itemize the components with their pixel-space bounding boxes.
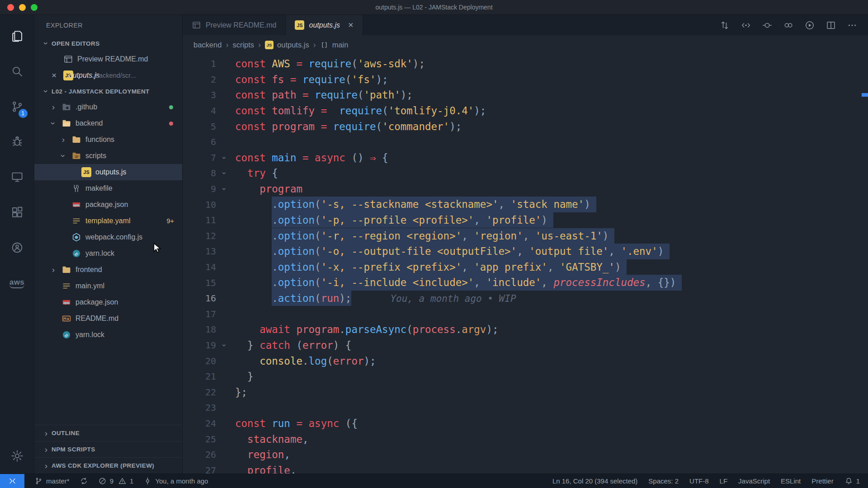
tree-item-package-json[interactable]: npmpackage.json — [34, 197, 182, 213]
status-eol[interactable]: LF — [720, 477, 728, 485]
activity-item-live-share[interactable] — [0, 230, 34, 265]
activity-item-extensions[interactable] — [0, 195, 34, 230]
code-line-6[interactable]: 6 — [183, 134, 868, 150]
tab-outputs-js[interactable]: JSoutputs.js× — [286, 15, 363, 35]
status-git-branch[interactable]: master* — [34, 477, 70, 485]
tab-preview-readme-md[interactable]: Preview README.md — [183, 15, 286, 35]
code-line-27[interactable]: 27 profile, — [183, 462, 868, 474]
code-line-22[interactable]: 22}; — [183, 384, 868, 400]
tree-item-package-json[interactable]: npmpackage.json — [34, 294, 182, 310]
code-line-25[interactable]: 25 stackname, — [183, 431, 868, 447]
code-line-13[interactable]: 13 .option('-o, --output-file <outputFil… — [183, 244, 868, 259]
code-line-9[interactable]: 9› program — [183, 181, 868, 197]
code-editor[interactable]: 1const AWS = require('aws-sdk');2const f… — [183, 55, 868, 474]
section-label: OPEN EDITORS — [52, 40, 100, 47]
compare-refs-icon[interactable] — [782, 19, 795, 32]
status-notifications[interactable]: 1 — [844, 477, 860, 485]
status-errors[interactable]: 9 — [98, 477, 113, 485]
code-line-15[interactable]: 15 .option('-i, --include <include>', 'i… — [183, 275, 868, 291]
tree-item-yarn-lock[interactable]: yarn.lock — [34, 245, 182, 262]
breadcrumb-main[interactable]: main — [320, 41, 349, 49]
code-line-8[interactable]: 8› try { — [183, 165, 868, 181]
tree-item-github[interactable]: ›.github — [34, 99, 182, 115]
code-line-10[interactable]: 10 .option('-s, --stackname <stackname>'… — [183, 197, 868, 212]
section-project-root[interactable]: › L02 - JAMSTACK DEPLOYMENT — [34, 84, 182, 99]
section-aws-cdk-explorer-preview[interactable]: ›AWS CDK EXPLORER (PREVIEW) — [34, 457, 182, 474]
workbench: 1aws EXPLORER › OPEN EDITORS Preview REA… — [0, 15, 868, 474]
code-line-2[interactable]: 2const fs = require('fs'); — [183, 72, 868, 88]
breadcrumb-backend[interactable]: backend — [193, 41, 222, 49]
code-line-3[interactable]: 3const path = require('path'); — [183, 87, 868, 103]
status-eslint[interactable]: ESLint — [781, 477, 801, 485]
tree-item-main-yml[interactable]: main.yml — [34, 278, 182, 294]
toggle-blame-icon[interactable] — [760, 19, 774, 32]
section-outline[interactable]: ›OUTLINE — [34, 425, 182, 441]
code-line-7[interactable]: 7›const main = async () ⇒ { — [183, 150, 868, 166]
tree-item-webpack-config-js[interactable]: webpack.config.js — [34, 229, 182, 245]
close-icon[interactable]: × — [348, 20, 354, 30]
code-line-18[interactable]: 18 await program.parseAsync(process.argv… — [183, 322, 868, 338]
maximize-window-button[interactable] — [31, 4, 38, 11]
open-editor-preview-readme-md[interactable]: Preview README.md — [34, 51, 182, 67]
code-line-20[interactable]: 20 console.log(error); — [183, 353, 868, 369]
status-warnings[interactable]: 1 — [118, 477, 133, 485]
code-line-26[interactable]: 26 region, — [183, 447, 868, 463]
activity-item-aws[interactable]: aws — [0, 265, 34, 300]
scrollbar[interactable] — [862, 55, 868, 474]
fold-icon[interactable]: › — [216, 153, 232, 162]
tree-item-yarn-lock[interactable]: yarn.lock — [34, 327, 182, 343]
code-line-12[interactable]: 12 .option('-r, --region <region>', 'reg… — [183, 228, 868, 244]
tree-item-frontend[interactable]: ›frontend — [34, 262, 182, 278]
remote-indicator[interactable] — [0, 474, 24, 488]
code-line-14[interactable]: 14 .option('-x, --prefix <prefix>', 'app… — [183, 259, 868, 275]
tree-item-readme-md[interactable]: README.md — [34, 310, 182, 327]
activity-item-source-control[interactable]: 1 — [0, 89, 34, 124]
activity-item-remote-explorer[interactable] — [0, 160, 34, 195]
activity-item-search[interactable] — [0, 54, 34, 89]
status-language-mode[interactable]: JavaScript — [738, 477, 770, 485]
open-editor-outputs-js[interactable]: ×JSoutputs.jsbackend/scr... — [34, 67, 182, 84]
code-line-21[interactable]: 21 } — [183, 369, 868, 385]
fold-icon[interactable]: › — [216, 169, 232, 178]
code-line-16[interactable]: 16 .action(run);You, a month ago • WIP — [183, 291, 868, 306]
split-editor-icon[interactable] — [824, 19, 838, 32]
status-indentation[interactable]: Spaces: 2 — [648, 477, 679, 485]
activity-item-explorer[interactable] — [0, 19, 34, 54]
breadcrumb-outputs-js[interactable]: JSoutputs.js — [265, 41, 309, 49]
tree-item-template-yaml[interactable]: template.yaml9+ — [34, 213, 182, 229]
section-npm-scripts[interactable]: ›NPM SCRIPTS — [34, 441, 182, 457]
status-prettier[interactable]: Prettier — [811, 477, 833, 485]
close-window-button[interactable] — [7, 4, 14, 11]
status-encoding[interactable]: UTF-8 — [689, 477, 709, 485]
tree-item-backend[interactable]: ›backend — [34, 115, 182, 131]
code-line-24[interactable]: 24const run = async ({ — [183, 416, 868, 432]
run-file-icon[interactable] — [803, 19, 816, 32]
fold-icon[interactable]: › — [216, 184, 232, 193]
tree-item-makefile[interactable]: makefile — [34, 180, 182, 197]
open-changes-icon[interactable] — [739, 19, 753, 32]
code-line-23[interactable]: 23 — [183, 400, 868, 416]
code-line-11[interactable]: 11 .option('-p, --profile <profile>', 'p… — [183, 212, 868, 228]
status-cursor-position[interactable]: Ln 16, Col 20 (394 selected) — [552, 477, 637, 485]
close-icon[interactable]: × — [52, 70, 63, 80]
tree-item-functions[interactable]: ›functions — [34, 131, 182, 148]
activity-item-debug[interactable] — [0, 124, 34, 160]
status-label: Prettier — [811, 477, 833, 485]
code-line-17[interactable]: 17 — [183, 306, 868, 322]
status-gitlens-blame[interactable]: You, a month ago — [143, 477, 208, 485]
code-line-4[interactable]: 4const tomlify = require('tomlify-j0.4')… — [183, 103, 868, 119]
activity-item-settings[interactable] — [0, 438, 34, 474]
tree-item-scripts[interactable]: ›scripts — [34, 148, 182, 164]
minimize-window-button[interactable] — [19, 4, 26, 11]
breadcrumb-scripts[interactable]: scripts — [232, 41, 254, 49]
selection-highlight: .option('-i, --include <include>', 'incl… — [272, 275, 682, 290]
code-line-1[interactable]: 1const AWS = require('aws-sdk'); — [183, 56, 868, 72]
compare-changes-icon[interactable] — [718, 19, 731, 32]
fold-icon[interactable]: › — [216, 341, 232, 350]
status-sync[interactable] — [80, 477, 88, 485]
more-actions-icon[interactable] — [845, 19, 859, 32]
code-line-5[interactable]: 5const program = require('commander'); — [183, 118, 868, 134]
code-line-19[interactable]: 19› } catch (error) { — [183, 338, 868, 353]
tree-item-outputs-js[interactable]: JSoutputs.js — [34, 164, 182, 180]
section-open-editors[interactable]: › OPEN EDITORS — [34, 36, 182, 51]
